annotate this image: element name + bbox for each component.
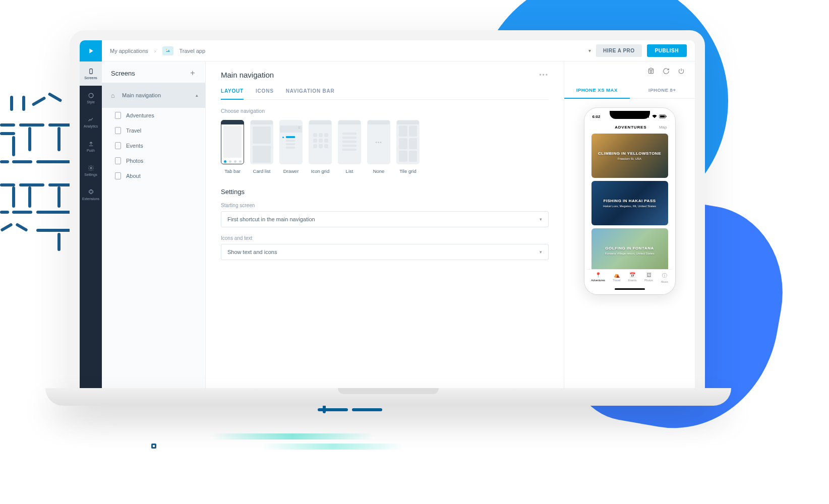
app-screen: My applications › Travel app ▾ HIRE A PR… bbox=[80, 40, 695, 393]
nav-style[interactable]: Style bbox=[80, 86, 102, 110]
screen-item-events[interactable]: Events bbox=[102, 138, 205, 153]
screenshot-icon[interactable] bbox=[647, 68, 655, 76]
device-tab-8plus[interactable]: IPHONE 8+ bbox=[630, 82, 695, 98]
power-icon[interactable] bbox=[678, 68, 685, 76]
screen-item-adventures[interactable]: Adventures bbox=[102, 108, 205, 123]
screen-item-label: Main navigation bbox=[122, 92, 161, 98]
nav-extensions[interactable]: Extensions bbox=[80, 182, 102, 207]
tab-icons[interactable]: ICONS bbox=[256, 88, 274, 99]
phone-tab-label: Photos bbox=[644, 279, 653, 282]
screen-item-label: Adventures bbox=[126, 112, 154, 118]
screens-panel-title: Screens bbox=[111, 70, 135, 77]
refresh-icon[interactable] bbox=[663, 68, 670, 76]
screen-item-about[interactable]: About bbox=[102, 168, 205, 183]
screens-panel: Screens + Main navigation ▴ Adventures T… bbox=[102, 61, 206, 393]
select-value: First shortcut in the main navigation bbox=[227, 216, 315, 222]
publish-button[interactable]: PUBLISH bbox=[647, 44, 687, 57]
card-subtitle: Freedom St, USA bbox=[618, 157, 641, 160]
card-title: CLIMBING IN YELLOWSTONE bbox=[598, 151, 661, 156]
nav-screens[interactable]: Screens bbox=[80, 61, 102, 86]
preview-card: GOLFING IN FONTANA Fontana Village resor… bbox=[591, 228, 668, 273]
config-tabs: LAYOUT ICONS NAVIGATION BAR bbox=[221, 88, 549, 100]
choose-navigation-label: Choose navigation bbox=[221, 108, 549, 114]
photo-icon: 🖼 bbox=[646, 272, 652, 278]
header-dropdown-caret[interactable]: ▾ bbox=[588, 48, 591, 53]
screens-icon bbox=[87, 68, 94, 75]
push-icon bbox=[87, 140, 94, 147]
card-subtitle: Fontana Village resort, United States bbox=[605, 252, 655, 255]
phone-time: 6:02 bbox=[593, 114, 601, 119]
extensions-icon bbox=[87, 188, 94, 196]
screen-item-travel[interactable]: Travel bbox=[102, 123, 205, 138]
nav-option-icon-grid[interactable]: Icon grid bbox=[309, 120, 332, 174]
add-screen-button[interactable]: + bbox=[188, 69, 197, 78]
nav-analytics[interactable]: Analytics bbox=[80, 110, 102, 134]
page-icon bbox=[115, 112, 121, 119]
svg-rect-7 bbox=[660, 115, 665, 117]
screen-item-main-navigation[interactable]: Main navigation ▴ bbox=[102, 83, 205, 108]
tab-navigation-bar[interactable]: NAVIGATION BAR bbox=[286, 88, 335, 99]
page-icon bbox=[115, 127, 121, 134]
page-title: Main navigation bbox=[221, 71, 274, 79]
tab-layout[interactable]: LAYOUT bbox=[221, 88, 244, 100]
phone-tab-about: ⓘAbout bbox=[661, 272, 668, 291]
svg-point-3 bbox=[90, 167, 91, 168]
svg-point-0 bbox=[166, 49, 167, 50]
phone-tab-photos: 🖼Photos bbox=[644, 272, 653, 291]
nav-option-tile-grid[interactable]: Tile grid bbox=[396, 120, 420, 174]
starting-screen-select[interactable]: First shortcut in the main navigation ▾ bbox=[221, 211, 549, 227]
nav-option-label: Tab bar bbox=[224, 168, 241, 174]
nav-option-card-list[interactable]: Card list bbox=[250, 120, 273, 174]
starting-screen-label: Starting screen bbox=[221, 203, 549, 208]
more-menu-button[interactable]: ••• bbox=[539, 72, 549, 79]
calendar-icon: 📅 bbox=[629, 272, 635, 278]
navigation-options: Tab bar Card list ≡ Drawer Icon grid bbox=[221, 120, 549, 174]
nav-option-label: Icon grid bbox=[311, 168, 329, 174]
nav-label: Push bbox=[87, 149, 95, 152]
breadcrumb-root[interactable]: My applications bbox=[110, 48, 148, 54]
nav-label: Style bbox=[87, 100, 95, 104]
tent-icon: ⛺ bbox=[614, 272, 620, 278]
nav-label: Settings bbox=[84, 173, 97, 176]
page-icon bbox=[115, 157, 121, 164]
preview-panel: IPHONE XS MAX IPHONE 8+ 6:02 bbox=[564, 61, 695, 393]
screen-item-label: About bbox=[126, 173, 141, 179]
phone-tab-label: About bbox=[661, 280, 668, 283]
nav-option-tab-bar[interactable]: Tab bar bbox=[221, 120, 244, 174]
nav-option-none[interactable]: ••• None bbox=[367, 120, 390, 174]
nav-option-label: Card list bbox=[253, 168, 271, 174]
analytics-icon bbox=[87, 116, 94, 123]
chevron-up-icon: ▴ bbox=[196, 93, 198, 98]
card-title: FISHING IN HAKAI PASS bbox=[603, 199, 656, 203]
phone-preview: 6:02 ADVENTURES Map CLIMBING IN YELL bbox=[584, 108, 675, 294]
nav-option-label: None bbox=[373, 168, 385, 174]
page-icon bbox=[115, 142, 121, 149]
phone-tab-label: Events bbox=[628, 279, 637, 282]
header: My applications › Travel app ▾ HIRE A PR… bbox=[80, 40, 695, 61]
chevron-right-icon: › bbox=[154, 48, 156, 54]
primary-nav: Screens Style Analytics Push Settings bbox=[80, 61, 102, 393]
icons-text-label: Icons and text bbox=[221, 235, 549, 241]
breadcrumb-app[interactable]: Travel app bbox=[180, 48, 206, 54]
nav-label: Analytics bbox=[84, 124, 98, 128]
nav-settings[interactable]: Settings bbox=[80, 158, 102, 182]
nav-push[interactable]: Push bbox=[80, 134, 102, 158]
breadcrumb: My applications › Travel app bbox=[102, 46, 213, 55]
icons-text-select[interactable]: Show text and icons ▾ bbox=[221, 244, 549, 260]
phone-header-map-link: Map bbox=[659, 125, 667, 130]
svg-point-5 bbox=[650, 71, 652, 73]
select-value: Show text and icons bbox=[227, 249, 277, 255]
page-icon bbox=[115, 172, 121, 179]
nav-option-drawer[interactable]: ≡ Drawer bbox=[279, 120, 303, 174]
screen-item-photos[interactable]: Photos bbox=[102, 153, 205, 168]
app-icon bbox=[162, 46, 173, 55]
main-content: Main navigation ••• LAYOUT ICONS NAVIGAT… bbox=[206, 61, 564, 393]
hire-pro-button[interactable]: HIRE A PRO bbox=[596, 44, 642, 57]
device-tab-xs-max[interactable]: IPHONE XS MAX bbox=[564, 82, 630, 99]
card-subtitle: Hakai Luxv, Megatsu, Mt, United States bbox=[603, 205, 656, 208]
screen-item-label: Photos bbox=[126, 158, 143, 164]
nav-option-list[interactable]: List bbox=[338, 120, 361, 174]
svg-rect-1 bbox=[89, 69, 92, 74]
home-icon bbox=[111, 92, 117, 99]
brand-logo[interactable] bbox=[80, 40, 102, 61]
